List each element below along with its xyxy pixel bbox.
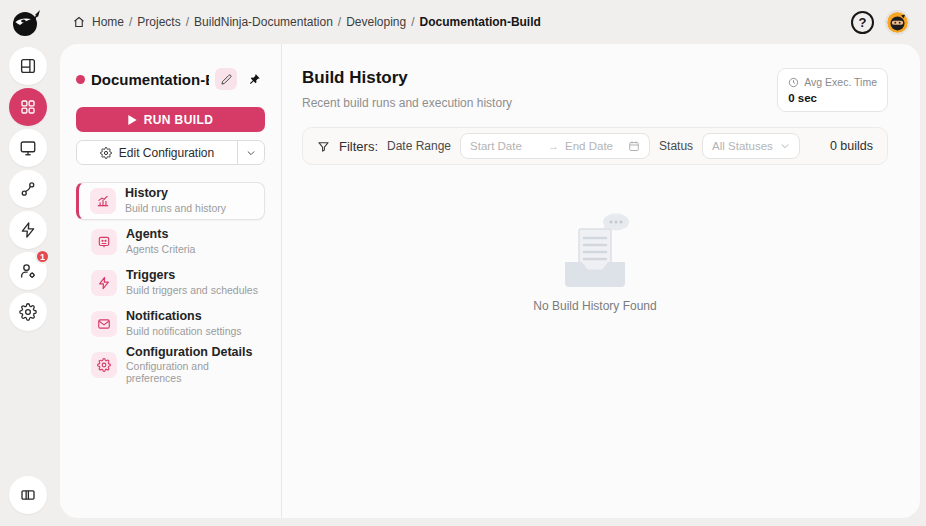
menu-item-label: Configuration Details xyxy=(126,346,264,360)
app-root: Home / Projects / BuildNinja-Documentati… xyxy=(0,0,926,526)
menu-item-label: Agents xyxy=(126,228,195,242)
breadcrumb-separator: / xyxy=(186,15,189,29)
menu-item-label: Triggers xyxy=(126,269,258,283)
gear-icon xyxy=(100,147,112,159)
topbar-actions: ? xyxy=(851,0,910,44)
menu-item-description: Agents Criteria xyxy=(126,244,195,256)
avg-exec-time-card: Avg Exec. Time 0 sec xyxy=(777,68,888,112)
date-range-picker[interactable]: Start Date → End Date xyxy=(460,133,650,159)
panel-left-icon xyxy=(19,486,37,504)
filter-funnel-icon xyxy=(317,140,330,153)
chevron-down-icon xyxy=(246,148,256,158)
page-subtitle: Recent build runs and execution history xyxy=(302,96,512,110)
end-date-placeholder[interactable]: End Date xyxy=(565,140,622,152)
panel-header: Documentation-Bu... xyxy=(76,68,265,90)
topbar: Home / Projects / BuildNinja-Documentati… xyxy=(0,0,926,44)
content-header: Build History Recent build runs and exec… xyxy=(302,68,888,112)
breadcrumb-project[interactable]: BuildNinja-Documentation xyxy=(194,15,333,29)
sidebar-item-configuration-details[interactable]: Configuration Details Configuration and … xyxy=(76,346,265,384)
edit-configuration-split-button: Edit Configuration xyxy=(76,140,265,165)
edit-configuration-label: Edit Configuration xyxy=(119,146,214,160)
monitor-icon xyxy=(19,139,37,157)
gear-icon xyxy=(91,352,117,378)
bot-screen-icon xyxy=(91,229,117,255)
page-title: Build History xyxy=(302,68,512,88)
sidebar-item-triggers[interactable]: Triggers Build triggers and schedules xyxy=(76,264,265,302)
edit-configuration-button[interactable]: Edit Configuration xyxy=(77,141,237,164)
rail-item-projects[interactable] xyxy=(9,88,47,126)
build-history-content: Build History Recent build runs and exec… xyxy=(282,44,920,518)
rail-item-pipelines[interactable] xyxy=(9,170,47,208)
builds-count: 0 builds xyxy=(830,139,873,153)
menu-item-description: Configuration and preferences xyxy=(126,361,264,384)
breadcrumb-separator: / xyxy=(129,15,132,29)
layout-icon xyxy=(19,57,37,75)
question-mark-icon: ? xyxy=(859,15,867,30)
status-dot xyxy=(76,75,85,84)
breadcrumb-current: Documentation-Build xyxy=(420,15,541,29)
icon-rail: 1 xyxy=(0,44,56,526)
empty-state: No Build History Found xyxy=(302,211,888,313)
main-card: Documentation-Bu... RUN BUILD Edit Confi… xyxy=(60,44,920,518)
pencil-icon xyxy=(221,74,232,85)
rail-item-settings[interactable] xyxy=(9,293,47,331)
help-button[interactable]: ? xyxy=(851,11,874,34)
user-avatar[interactable] xyxy=(885,10,910,35)
rail-item-collapse-sidebar[interactable] xyxy=(9,476,47,514)
start-date-placeholder[interactable]: Start Date xyxy=(470,140,542,152)
users-badge: 1 xyxy=(35,249,50,264)
clock-icon xyxy=(788,77,799,88)
menu-item-description: Build triggers and schedules xyxy=(126,285,258,297)
pin-button[interactable] xyxy=(243,68,265,90)
ninja-avatar-icon xyxy=(887,12,908,33)
sidebar-item-agents[interactable]: Agents Agents Criteria xyxy=(76,223,265,261)
user-gear-icon xyxy=(19,262,37,280)
home-icon xyxy=(73,16,85,28)
run-build-label: RUN BUILD xyxy=(144,113,214,127)
zap-icon xyxy=(19,221,37,239)
play-icon xyxy=(128,115,137,125)
run-build-button[interactable]: RUN BUILD xyxy=(76,107,265,132)
empty-inbox-illustration xyxy=(551,211,639,291)
grid-icon xyxy=(19,98,37,116)
status-select[interactable]: All Statuses xyxy=(702,133,800,159)
ninja-logo-icon xyxy=(10,6,42,38)
pin-icon xyxy=(248,73,261,86)
avg-exec-time-value: 0 sec xyxy=(788,92,877,104)
status-select-value: All Statuses xyxy=(712,140,773,152)
status-label: Status xyxy=(659,139,693,153)
calendar-icon xyxy=(628,140,640,152)
zap-icon xyxy=(91,270,117,296)
empty-state-message: No Build History Found xyxy=(533,299,656,313)
rail-item-agents[interactable] xyxy=(9,129,47,167)
breadcrumb-separator: / xyxy=(411,15,414,29)
breadcrumb-separator: / xyxy=(338,15,341,29)
rail-item-builds[interactable] xyxy=(9,211,47,249)
panel-menu: History Build runs and history Agents Ag… xyxy=(76,182,265,384)
avg-exec-time-label: Avg Exec. Time xyxy=(804,76,877,88)
filters-label: Filters: xyxy=(339,139,378,154)
filters-bar: Filters: Date Range Start Date → End Dat… xyxy=(302,127,888,165)
envelope-icon xyxy=(91,311,117,337)
breadcrumb-home[interactable]: Home xyxy=(92,15,124,29)
gear-icon xyxy=(19,303,37,321)
rename-button[interactable] xyxy=(215,68,237,90)
menu-item-description: Build notification settings xyxy=(126,326,242,338)
breadcrumb-environment[interactable]: Developing xyxy=(346,15,406,29)
buildninja-logo[interactable] xyxy=(7,3,45,41)
menu-item-label: Notifications xyxy=(126,310,242,324)
rail-item-users[interactable]: 1 xyxy=(9,252,47,290)
range-arrow: → xyxy=(548,140,559,152)
configuration-panel: Documentation-Bu... RUN BUILD Edit Confi… xyxy=(60,44,282,518)
sidebar-item-notifications[interactable]: Notifications Build notification setting… xyxy=(76,305,265,343)
chevron-down-icon xyxy=(780,141,790,151)
menu-item-description: Build runs and history xyxy=(125,203,226,215)
date-range-label: Date Range xyxy=(387,139,451,153)
breadcrumb: Home / Projects / BuildNinja-Documentati… xyxy=(73,15,541,29)
rail-item-dashboard[interactable] xyxy=(9,47,47,85)
configuration-title: Documentation-Bu... xyxy=(91,71,209,88)
git-branch-icon xyxy=(19,180,37,198)
breadcrumb-projects[interactable]: Projects xyxy=(137,15,180,29)
sidebar-item-history[interactable]: History Build runs and history xyxy=(76,182,265,220)
edit-configuration-dropdown-button[interactable] xyxy=(238,141,264,164)
